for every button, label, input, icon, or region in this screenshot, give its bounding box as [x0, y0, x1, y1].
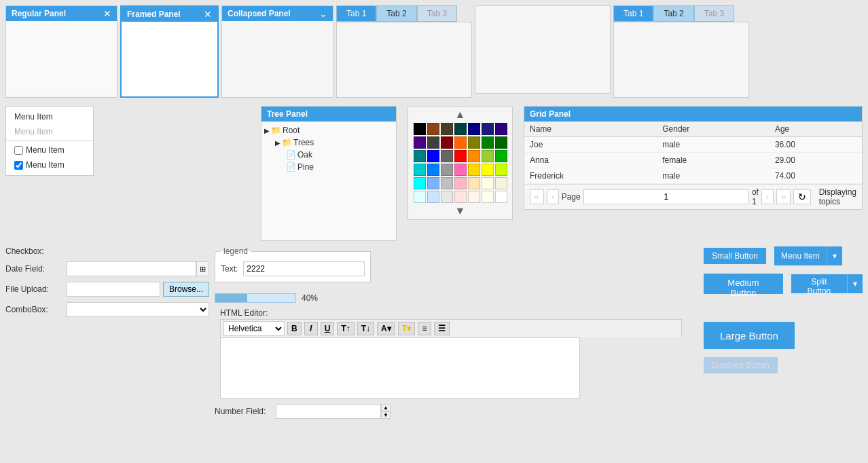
color-up-arrow[interactable]: ▲: [455, 109, 466, 120]
date-calendar-btn[interactable]: ⊞: [196, 261, 209, 276]
color-cell[interactable]: [468, 177, 480, 189]
file-input[interactable]: [67, 282, 160, 297]
small-button[interactable]: Small Button: [704, 248, 766, 264]
tab-right-1[interactable]: Tab 1: [613, 5, 653, 22]
large-button[interactable]: Large Button: [704, 322, 795, 349]
editor-body[interactable]: [220, 337, 580, 399]
tab-left-1[interactable]: Tab 1: [336, 5, 376, 22]
legend-text-input[interactable]: [243, 261, 365, 276]
color-cell[interactable]: [495, 123, 507, 135]
spinner-down[interactable]: ▼: [381, 411, 391, 419]
page-first-btn[interactable]: «: [530, 189, 544, 204]
table-row[interactable]: Joemale36.00: [524, 137, 862, 153]
color-cell[interactable]: [482, 177, 494, 189]
medium-button[interactable]: Medium Button: [704, 274, 783, 294]
color-cell[interactable]: [441, 136, 453, 149]
tab-right-2[interactable]: Tab 2: [653, 5, 693, 22]
menu-item-4-checkbox[interactable]: Menu Item: [6, 158, 93, 172]
color-cell[interactable]: [454, 136, 467, 149]
color-cell[interactable]: [427, 191, 439, 203]
align-btn[interactable]: ≡: [418, 322, 431, 335]
page-refresh-btn[interactable]: ↻: [793, 189, 811, 204]
page-last-btn[interactable]: »: [776, 189, 791, 204]
menu-checkbox-4[interactable]: [14, 161, 23, 170]
color-cell[interactable]: [468, 136, 480, 149]
page-prev-btn[interactable]: ‹: [547, 189, 559, 204]
collapsed-panel-toggle[interactable]: ⌄: [319, 9, 327, 18]
color-cell[interactable]: [454, 123, 467, 135]
combobox-select[interactable]: [67, 302, 209, 317]
tree-node-oak[interactable]: 📄 Oak: [264, 149, 393, 161]
color-cell[interactable]: [482, 191, 494, 203]
table-row[interactable]: Frederickmale74.00: [524, 168, 862, 184]
font-select[interactable]: Helvetica: [223, 321, 285, 336]
color-cell[interactable]: [454, 164, 467, 176]
browse-button[interactable]: Browse...: [163, 282, 209, 297]
color-cell[interactable]: [454, 177, 467, 189]
color-cell[interactable]: [441, 150, 453, 162]
tree-node-pine[interactable]: 📄 Pine: [264, 161, 393, 173]
page-next-btn[interactable]: ›: [761, 189, 774, 204]
color-cell[interactable]: [454, 150, 467, 162]
grid-col-age[interactable]: Age: [770, 122, 862, 137]
menu-item-button[interactable]: Menu Item: [774, 246, 827, 265]
color-cell[interactable]: [414, 150, 426, 162]
color-cell[interactable]: [495, 191, 507, 203]
subscript-btn[interactable]: T↓: [357, 322, 374, 335]
tab-left-2[interactable]: Tab 2: [376, 5, 416, 22]
color-cell[interactable]: [482, 150, 494, 162]
date-input[interactable]: [67, 261, 196, 276]
color-cell[interactable]: [441, 164, 453, 176]
color-cell[interactable]: [482, 123, 494, 135]
color-cell[interactable]: [414, 123, 426, 135]
color-cell[interactable]: [414, 136, 426, 149]
align2-btn[interactable]: ☰: [434, 322, 450, 335]
split-button-arrow[interactable]: ▾: [847, 274, 863, 293]
highlight-btn[interactable]: T▾: [398, 322, 415, 335]
spinner-up[interactable]: ▲: [381, 404, 391, 411]
color-cell[interactable]: [441, 177, 453, 189]
menu-item-3-checkbox[interactable]: Menu Item: [6, 143, 93, 158]
color-cell[interactable]: [495, 150, 507, 162]
color-cell[interactable]: [427, 177, 439, 189]
color-cell[interactable]: [441, 123, 453, 135]
color-cell[interactable]: [495, 136, 507, 149]
table-row[interactable]: Annafemale29.00: [524, 153, 862, 168]
grid-col-gender[interactable]: Gender: [657, 122, 770, 137]
color-cell[interactable]: [468, 150, 480, 162]
page-number-input[interactable]: [583, 189, 749, 204]
italic-btn[interactable]: I: [304, 322, 318, 335]
color-cell[interactable]: [482, 136, 494, 149]
color-cell[interactable]: [482, 164, 494, 176]
menu-item-arrow-btn[interactable]: ▾: [827, 246, 842, 265]
color-cell[interactable]: [427, 164, 439, 176]
color-down-arrow[interactable]: ▼: [455, 206, 466, 217]
grid-col-name[interactable]: Name: [524, 122, 657, 137]
menu-item-1[interactable]: Menu Item: [6, 109, 93, 124]
superscript-btn[interactable]: T↑: [337, 322, 354, 335]
color-cell[interactable]: [468, 164, 480, 176]
color-cell[interactable]: [495, 177, 507, 189]
color-cell[interactable]: [414, 164, 426, 176]
color-cell[interactable]: [468, 191, 480, 203]
tree-node-root[interactable]: ▶ 📁 Root: [264, 124, 393, 136]
font-color-btn[interactable]: A▾: [377, 322, 395, 335]
color-cell[interactable]: [468, 123, 480, 135]
color-cell[interactable]: [414, 177, 426, 189]
tree-node-trees[interactable]: ▶ 📁 Trees: [264, 136, 393, 149]
color-cell[interactable]: [427, 123, 439, 135]
regular-panel-close[interactable]: ✕: [103, 9, 111, 18]
color-cell[interactable]: [427, 150, 439, 162]
color-cell[interactable]: [495, 164, 507, 176]
color-cell[interactable]: [454, 191, 467, 203]
tree-expand-root[interactable]: ▶: [264, 127, 270, 134]
bold-btn[interactable]: B: [287, 322, 302, 335]
color-cell[interactable]: [441, 191, 453, 203]
framed-panel-close[interactable]: ✕: [204, 10, 212, 19]
underline-btn[interactable]: U: [321, 322, 335, 335]
color-cell[interactable]: [414, 191, 426, 203]
tree-expand-trees[interactable]: ▶: [275, 139, 281, 147]
menu-checkbox-3[interactable]: [14, 146, 23, 155]
color-cell[interactable]: [427, 136, 439, 149]
split-button-main[interactable]: Split Button: [791, 274, 847, 293]
